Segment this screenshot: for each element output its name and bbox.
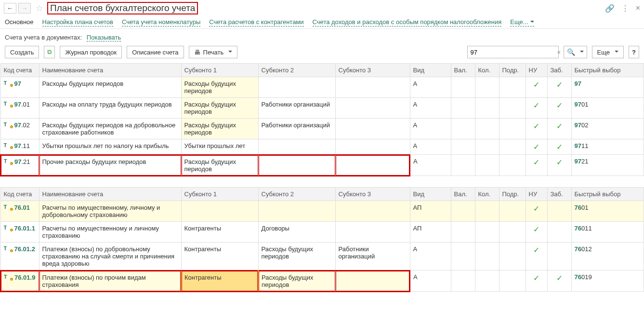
- search-box[interactable]: ×: [467, 46, 559, 58]
- account-icon: T: [4, 101, 12, 107]
- check-icon: ✓: [547, 119, 571, 139]
- account-icon: T: [4, 158, 12, 164]
- link-icon[interactable]: 🔗: [605, 4, 615, 13]
- arrow-left-icon: ←: [7, 5, 13, 12]
- table-row[interactable]: T97Расходы будущих периодовРасходы будущ…: [0, 77, 644, 98]
- col-sub1[interactable]: Субконто 1: [181, 187, 258, 201]
- check-icon: ✓: [526, 242, 547, 270]
- col-sub2[interactable]: Субконто 2: [258, 187, 335, 201]
- check-icon: ✓: [526, 270, 547, 292]
- describe-button-label: Описание счета: [132, 49, 178, 56]
- forward-button[interactable]: →: [18, 3, 31, 14]
- check-icon: ✓: [526, 119, 547, 139]
- account-icon: T: [4, 245, 12, 251]
- col-fast[interactable]: Быстрый выбор: [571, 187, 644, 201]
- more-button[interactable]: Еще: [592, 46, 624, 58]
- check-icon: ✓: [547, 98, 571, 119]
- describe-button[interactable]: Описание счета: [127, 46, 184, 58]
- account-icon: T: [4, 122, 12, 127]
- table-row[interactable]: T97.11Убытки прошлых лет по налогу на пр…: [0, 139, 644, 155]
- col-val[interactable]: Вал.: [451, 187, 475, 201]
- print-button[interactable]: 🖶Печать: [189, 46, 238, 58]
- table-header: Код счета Наименование счета Субконто 1 …: [0, 64, 644, 77]
- check-icon: [547, 201, 571, 221]
- col-vid[interactable]: Вид: [410, 64, 451, 77]
- col-vid[interactable]: Вид: [410, 187, 451, 201]
- col-sub2[interactable]: Субконто 2: [258, 64, 335, 77]
- more-menu-icon[interactable]: ⋮: [621, 4, 629, 13]
- table-row[interactable]: T76.01.9Платежи (взносы) по прочим видам…: [0, 270, 644, 292]
- account-icon: T: [4, 225, 12, 230]
- col-name[interactable]: Наименование счета: [39, 187, 181, 201]
- tab-main[interactable]: Основное: [5, 18, 34, 27]
- printer-icon: 🖶: [194, 49, 200, 56]
- col-sub3[interactable]: Субконто 3: [335, 64, 410, 77]
- search-input[interactable]: [468, 49, 554, 56]
- create-button-label: Создать: [10, 49, 34, 56]
- table-row[interactable]: T76.01.1Расчеты по имущественному и личн…: [0, 221, 644, 242]
- col-sub3[interactable]: Субконто 3: [335, 187, 410, 201]
- col-name[interactable]: Наименование счета: [39, 64, 181, 77]
- help-button[interactable]: ?: [629, 46, 639, 58]
- col-kol[interactable]: Кол.: [475, 187, 499, 201]
- search-icon: 🔍: [567, 48, 575, 56]
- col-pod[interactable]: Подр.: [499, 64, 526, 77]
- col-code[interactable]: Код счета: [0, 64, 39, 77]
- journal-button[interactable]: Журнал проводок: [60, 46, 122, 58]
- col-kol[interactable]: Кол.: [475, 64, 499, 77]
- tab-more[interactable]: Еще...: [510, 18, 534, 27]
- tab-tax[interactable]: Счета доходов и расходов с особым порядк…: [313, 18, 502, 27]
- arrow-right-icon: →: [21, 5, 28, 12]
- col-code[interactable]: Код счета: [0, 187, 39, 201]
- col-zab[interactable]: Заб.: [547, 187, 571, 201]
- favorite-icon[interactable]: ☆: [36, 3, 43, 14]
- col-pod[interactable]: Подр.: [499, 187, 526, 201]
- table-row[interactable]: T76.01.2Платежи (взносы) по добровольном…: [0, 242, 644, 270]
- table-row[interactable]: T76.01Расчеты по имущественному, личному…: [0, 201, 644, 221]
- check-icon: ✓: [526, 155, 547, 176]
- chevron-down-icon: [226, 49, 232, 56]
- more-button-label: Еще: [597, 49, 610, 56]
- col-val[interactable]: Вал.: [451, 64, 475, 77]
- check-icon: ✓: [547, 139, 571, 155]
- table-row[interactable]: T97.21Прочие расходы будущих периодовРас…: [0, 155, 644, 176]
- close-icon[interactable]: ×: [636, 4, 640, 13]
- journal-button-label: Журнал проводок: [65, 49, 117, 56]
- check-icon: ✓: [547, 77, 571, 98]
- check-icon: ✓: [526, 201, 547, 221]
- account-icon: T: [4, 274, 12, 280]
- docs-accounts-label: Счета учета в документах:: [5, 34, 82, 41]
- table-row[interactable]: T97.02Расходы будущих периодов на добров…: [0, 119, 644, 139]
- table-header: Код счета Наименование счета Субконто 1 …: [0, 187, 644, 201]
- col-fast[interactable]: Быстрый выбор: [571, 64, 644, 77]
- print-button-label: Печать: [203, 49, 224, 56]
- col-zab[interactable]: Заб.: [547, 64, 571, 77]
- tab-nomen[interactable]: Счета учета номенклатуры: [122, 18, 200, 27]
- copy-button[interactable]: ⧉: [44, 46, 55, 58]
- check-icon: ✓: [526, 221, 547, 242]
- check-icon: ✓: [547, 270, 571, 292]
- account-icon: T: [4, 80, 12, 86]
- col-nu[interactable]: НУ: [526, 64, 547, 77]
- check-icon: [547, 242, 571, 270]
- create-button[interactable]: Создать: [5, 46, 39, 58]
- col-nu[interactable]: НУ: [526, 187, 547, 201]
- chevron-down-icon: [613, 49, 618, 56]
- clear-search-icon[interactable]: ×: [554, 49, 564, 56]
- tab-counter[interactable]: Счета расчетов с контрагентами: [209, 18, 303, 27]
- help-icon: ?: [632, 49, 636, 56]
- search-button[interactable]: 🔍: [564, 46, 587, 58]
- docs-accounts-value[interactable]: Показывать: [87, 34, 121, 41]
- back-button[interactable]: ←: [4, 3, 16, 14]
- chevron-down-icon: [578, 49, 584, 56]
- page-title: План счетов бухгалтерского учета: [47, 2, 198, 14]
- tab-setup[interactable]: Настройка плана счетов: [42, 18, 113, 27]
- col-sub1[interactable]: Субконто 1: [181, 64, 258, 77]
- copy-icon: ⧉: [47, 48, 52, 56]
- check-icon: ✓: [526, 139, 547, 155]
- table-row[interactable]: T97.01Расходы на оплату труда будущих пе…: [0, 98, 644, 119]
- check-icon: ✓: [526, 98, 547, 119]
- accounts-table-1: Код счета Наименование счета Субконто 1 …: [0, 63, 644, 176]
- check-icon: ✓: [547, 155, 571, 176]
- accounts-table-2: Код счета Наименование счета Субконто 1 …: [0, 187, 644, 292]
